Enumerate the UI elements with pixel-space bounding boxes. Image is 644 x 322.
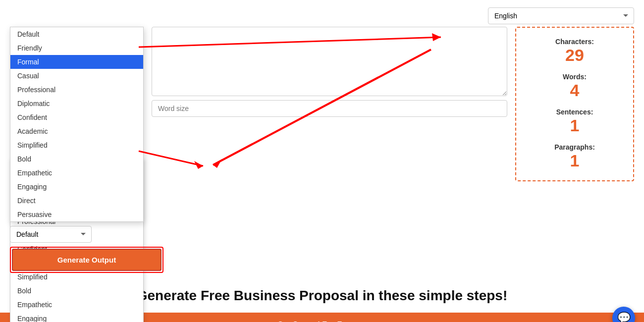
dropdown-item-empathetic[interactable]: Empathetic: [10, 298, 143, 312]
dropdown-item-engaging[interactable]: Engaging: [10, 312, 143, 322]
stat-characters: Characters: 29: [524, 38, 626, 65]
language-select[interactable]: English Spanish French: [488, 7, 634, 24]
stats-panel-right: Characters: 29 Words: 4 Sentences: 1 Par…: [515, 27, 634, 181]
sentences-label: Sentences:: [524, 108, 626, 116]
main-textarea[interactable]: [152, 27, 507, 96]
tone-default-select-bottom[interactable]: Default: [10, 226, 92, 243]
di-professional[interactable]: Professional: [10, 83, 143, 97]
characters-label: Characters:: [524, 38, 626, 46]
words-label: Words:: [524, 73, 626, 81]
di-diplomatic[interactable]: Diplomatic: [10, 97, 143, 110]
word-size-input[interactable]: [152, 100, 507, 117]
di-formal[interactable]: Formal: [10, 55, 143, 69]
left-controls: Default Friendly Formal Casual Professio…: [10, 27, 144, 273]
di-casual[interactable]: Casual: [10, 69, 143, 83]
paragraphs-value: 1: [524, 151, 626, 170]
di-default[interactable]: Default: [10, 27, 143, 41]
stat-words: Words: 4: [524, 73, 626, 100]
paragraphs-label: Paragraphs:: [524, 143, 626, 151]
di-confident[interactable]: Confident: [10, 110, 143, 124]
center-panel: [152, 27, 507, 117]
generate-button-section: Generate Output: [10, 247, 144, 273]
tone-select-dropdown: Default Friendly Formal Casual Professio…: [10, 27, 144, 222]
word-size-row: [152, 100, 507, 117]
words-value: 4: [524, 81, 626, 100]
di-bold[interactable]: Bold: [10, 152, 143, 166]
dropdown-item-bold[interactable]: Bold: [10, 284, 143, 298]
characters-value: 29: [524, 46, 626, 65]
di-academic[interactable]: Academic: [10, 124, 143, 138]
di-friendly[interactable]: Friendly: [10, 41, 143, 55]
di-simplified[interactable]: Simplified: [10, 138, 143, 152]
generate-output-button[interactable]: Generate Output: [12, 249, 161, 271]
stat-sentences: Sentences: 1: [524, 108, 626, 135]
di-empathetic[interactable]: Empathetic: [10, 166, 143, 180]
di-persuasive[interactable]: Persuasive: [10, 208, 143, 221]
chat-button[interactable]: 💬: [612, 307, 635, 322]
di-engaging[interactable]: Engaging: [10, 180, 143, 194]
di-direct[interactable]: Direct: [10, 194, 143, 208]
stat-paragraphs: Paragraphs: 1: [524, 143, 626, 170]
sentences-value: 1: [524, 116, 626, 135]
